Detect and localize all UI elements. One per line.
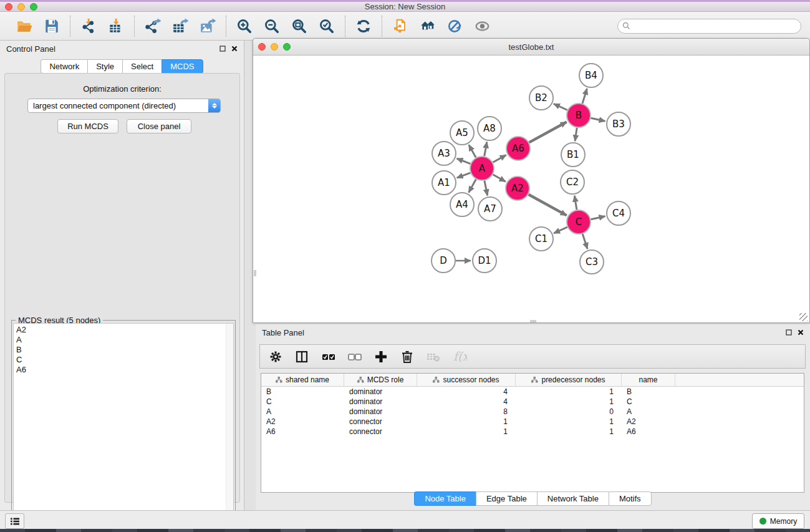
table-toolbar-select-all-rows-button[interactable] xyxy=(320,347,337,366)
edge-A-A5[interactable] xyxy=(469,145,476,157)
node-C3[interactable]: C3 xyxy=(580,250,604,274)
node-A1[interactable]: A1 xyxy=(432,171,456,195)
table-toolbar-toggle-column-pane-button[interactable] xyxy=(294,347,311,366)
toolbar-export-network-button[interactable] xyxy=(141,15,165,37)
table-row[interactable]: Adominator80A xyxy=(261,407,804,417)
table-row[interactable]: Bdominator41B xyxy=(261,387,804,397)
control-tab-style[interactable]: Style xyxy=(87,59,122,74)
node-C4[interactable]: C4 xyxy=(607,201,630,225)
control-tab-mcds[interactable]: MCDS xyxy=(162,59,203,74)
toolbar-open-session-button[interactable] xyxy=(12,15,36,37)
toolbar-zoom-out-button[interactable] xyxy=(260,15,284,37)
toolbar-import-table-button[interactable] xyxy=(104,15,128,37)
edge-B-B1[interactable] xyxy=(575,128,577,141)
optimization-criterion-select[interactable]: largest connected component (directed) xyxy=(27,99,221,113)
edge-C-C3[interactable] xyxy=(582,234,587,249)
close-panel-icon[interactable] xyxy=(231,46,238,52)
control-tab-network[interactable]: Network xyxy=(41,59,87,74)
toolbar-refresh-view-button[interactable] xyxy=(352,15,375,37)
table-tab-edge-table[interactable]: Edge Table xyxy=(476,491,537,506)
edge-A-A1[interactable] xyxy=(457,173,471,178)
toolbar-export-image-button[interactable] xyxy=(196,15,219,37)
node-A3[interactable]: A3 xyxy=(432,142,456,165)
table-tab-node-table[interactable]: Node Table xyxy=(414,491,476,506)
column-header-predecessor-nodes[interactable]: predecessor nodes xyxy=(516,374,622,386)
column-header-shared-name[interactable]: shared name xyxy=(261,374,344,386)
table-tab-network-table[interactable]: Network Table xyxy=(537,491,609,506)
close-table-panel-icon[interactable] xyxy=(798,329,804,336)
control-tab-select[interactable]: Select xyxy=(122,59,162,74)
table-toolbar-table-settings-button[interactable] xyxy=(268,347,285,366)
table-row[interactable]: Cdominator41C xyxy=(261,397,804,407)
network-canvas[interactable]: AA1A2A3A4A5A6A7A8BB1B2B3B4CC1C2C3C4DD1 xyxy=(254,56,809,322)
toolbar-hide-graphics-details-button[interactable] xyxy=(443,15,467,37)
toolbar-show-graphics-details-button[interactable] xyxy=(471,15,494,37)
node-B[interactable]: B xyxy=(567,104,591,127)
edge-C-C4[interactable] xyxy=(591,216,605,220)
toolbar-zoom-fit-button[interactable] xyxy=(287,15,311,37)
edge-A6-B[interactable] xyxy=(529,122,567,143)
node-C2[interactable]: C2 xyxy=(561,170,584,194)
edge-A-A7[interactable] xyxy=(485,181,488,196)
table-toolbar-deselect-all-rows-button[interactable] xyxy=(346,347,364,366)
table-row[interactable]: A2connector11A2 xyxy=(261,417,804,427)
mcds-result-item[interactable]: B xyxy=(16,345,233,355)
search-input[interactable] xyxy=(633,20,801,32)
node-A[interactable]: A xyxy=(470,157,494,180)
node-B4[interactable]: B4 xyxy=(579,64,603,87)
node-A2[interactable]: A2 xyxy=(506,177,529,200)
node-A6[interactable]: A6 xyxy=(506,137,530,160)
network-window-titlebar[interactable]: testGlobe.txt xyxy=(253,39,809,56)
float-table-panel-icon[interactable] xyxy=(786,329,792,336)
edge-A-A3[interactable] xyxy=(457,158,471,164)
mcds-result-item[interactable]: A xyxy=(16,335,233,345)
mcds-result-scrollbar[interactable] xyxy=(226,324,233,531)
toolbar-save-session-button[interactable] xyxy=(40,15,64,37)
node-A4[interactable]: A4 xyxy=(450,193,474,216)
toolbar-export-table-button[interactable] xyxy=(168,15,192,37)
memory-button[interactable]: Memory xyxy=(752,513,804,529)
close-panel-button[interactable]: Close panel xyxy=(127,119,191,133)
run-mcds-button[interactable]: Run MCDS xyxy=(57,119,118,133)
task-history-button[interactable] xyxy=(5,513,24,529)
node-C[interactable]: C xyxy=(567,210,591,234)
edge-A-A6[interactable] xyxy=(493,155,506,163)
node-A5[interactable]: A5 xyxy=(450,121,474,145)
edge-B-B3[interactable] xyxy=(591,118,605,121)
edge-A-A4[interactable] xyxy=(469,180,476,193)
node-A8[interactable]: A8 xyxy=(478,117,501,140)
node-C1[interactable]: C1 xyxy=(529,227,553,251)
node-B2[interactable]: B2 xyxy=(529,86,553,110)
node-D1[interactable]: D1 xyxy=(473,249,496,273)
toolbar-clone-network-button[interactable] xyxy=(388,15,412,37)
edge-A-A8[interactable] xyxy=(485,142,487,157)
mcds-result-item[interactable]: A2 xyxy=(16,325,233,335)
edge-C-C2[interactable] xyxy=(574,196,577,210)
toolbar-zoom-in-button[interactable] xyxy=(233,15,256,37)
column-header-name[interactable]: name xyxy=(622,374,675,386)
mcds-result-item[interactable]: A6 xyxy=(16,365,233,375)
mcds-result-item[interactable]: C xyxy=(16,355,233,365)
edge-B-B2[interactable] xyxy=(554,104,567,110)
node-B1[interactable]: B1 xyxy=(561,143,585,167)
float-panel-icon[interactable] xyxy=(219,46,226,52)
edge-A-A2[interactable] xyxy=(493,175,505,181)
node-table[interactable]: shared nameMCDS rolesuccessor nodesprede… xyxy=(261,373,804,493)
table-toolbar-delete-column-button[interactable] xyxy=(398,347,416,366)
table-toolbar-add-column-button[interactable] xyxy=(372,347,390,366)
edge-B-B4[interactable] xyxy=(582,89,587,104)
node-B3[interactable]: B3 xyxy=(607,112,630,136)
edge-C-C1[interactable] xyxy=(554,227,567,233)
window-resize-grip[interactable] xyxy=(799,313,808,321)
toolbar-zoom-selected-button[interactable] xyxy=(315,15,339,37)
table-tab-motifs[interactable]: Motifs xyxy=(609,491,652,506)
column-header-MCDS-role[interactable]: MCDS role xyxy=(344,374,417,386)
column-header-successor-nodes[interactable]: successor nodes xyxy=(417,374,516,386)
node-A7[interactable]: A7 xyxy=(478,197,502,221)
edge-A2-C[interactable] xyxy=(529,195,567,216)
node-D[interactable]: D xyxy=(432,249,455,273)
mcds-result-list[interactable]: A2ABCA6 xyxy=(13,323,234,532)
toolbar-home-button[interactable] xyxy=(416,15,440,37)
toolbar-import-network-button[interactable] xyxy=(77,15,100,37)
table-row[interactable]: A6connector11A6 xyxy=(261,427,804,437)
